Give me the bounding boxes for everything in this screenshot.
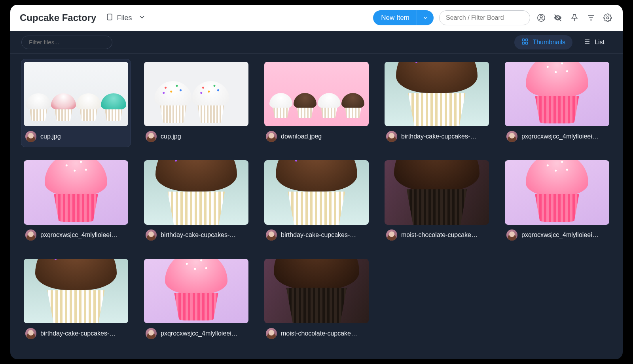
file-meta: birthday-cake-cupcakes-… bbox=[385, 126, 489, 144]
view-list-button[interactable]: List bbox=[576, 35, 612, 49]
file-thumbnail[interactable] bbox=[24, 62, 128, 126]
file-name: birthday-cake-cupcakes-… bbox=[161, 231, 236, 239]
file-meta: pxqrocxwsjcc_4mlylloieei… bbox=[144, 323, 248, 341]
file-card[interactable]: cup.jpg bbox=[142, 59, 251, 147]
grid-icon bbox=[521, 38, 529, 47]
file-meta: pxqrocxwsjcc_4mlylloieei… bbox=[505, 126, 609, 144]
header-bar: Cupcake Factory Files New Item bbox=[10, 5, 623, 31]
profile-icon[interactable] bbox=[536, 12, 547, 23]
file-meta: pxqrocxwsjcc_4mlylloieei… bbox=[505, 225, 609, 243]
view-thumbnails-button[interactable]: Thumbnails bbox=[514, 35, 572, 49]
filter-icon[interactable] bbox=[586, 12, 597, 23]
chevron-down-icon bbox=[138, 13, 146, 23]
file-name: pxqrocxwsjcc_4mlylloieei… bbox=[521, 231, 599, 239]
search-input[interactable] bbox=[439, 10, 530, 25]
file-thumbnail[interactable] bbox=[264, 62, 369, 126]
owner-avatar[interactable] bbox=[146, 131, 157, 142]
owner-avatar[interactable] bbox=[146, 229, 157, 241]
file-meta: birthday-cake-cupcakes-… bbox=[144, 225, 248, 243]
visibility-off-icon[interactable] bbox=[552, 12, 563, 23]
file-name: pxqrocxwsjcc_4mlylloieei… bbox=[40, 231, 118, 239]
file-name: birthday-cake-cupcakes-… bbox=[281, 231, 356, 239]
file-card[interactable]: download.jpeg bbox=[262, 59, 371, 147]
owner-avatar[interactable] bbox=[386, 131, 397, 142]
file-thumbnail[interactable] bbox=[144, 259, 248, 323]
new-item-main[interactable]: New Item bbox=[373, 10, 417, 25]
new-item-button[interactable]: New Item bbox=[373, 10, 434, 25]
svg-rect-12 bbox=[526, 42, 528, 44]
owner-avatar[interactable] bbox=[266, 131, 277, 142]
owner-avatar[interactable] bbox=[386, 229, 397, 241]
file-card[interactable]: birthday-cake-cupcakes-… bbox=[21, 256, 131, 344]
file-name: pxqrocxwsjcc_4mlylloieei… bbox=[521, 133, 599, 140]
file-meta: birthday-cake-cupcakes-… bbox=[24, 323, 128, 341]
svg-rect-0 bbox=[108, 14, 112, 20]
svg-rect-10 bbox=[526, 39, 528, 41]
file-thumbnail[interactable] bbox=[505, 160, 609, 225]
file-card[interactable]: pxqrocxwsjcc_4mlylloieei… bbox=[142, 256, 251, 344]
file-thumbnail[interactable] bbox=[264, 160, 369, 225]
owner-avatar[interactable] bbox=[266, 229, 277, 241]
owner-avatar[interactable] bbox=[266, 328, 277, 339]
file-thumbnail[interactable] bbox=[144, 62, 248, 126]
file-card[interactable]: birthday-cake-cupcakes-… bbox=[382, 59, 491, 147]
owner-avatar[interactable] bbox=[25, 328, 36, 339]
board-title[interactable]: Cupcake Factory bbox=[20, 12, 96, 23]
file-name: birthday-cake-cupcakes-… bbox=[40, 330, 116, 337]
view-list-label: List bbox=[595, 39, 605, 46]
file-name: moist-chocolate-cupcake… bbox=[281, 330, 357, 337]
file-meta: cup.jpg bbox=[24, 126, 128, 144]
owner-avatar[interactable] bbox=[506, 229, 517, 241]
file-thumbnail[interactable] bbox=[144, 160, 248, 225]
new-item-dropdown[interactable] bbox=[417, 10, 434, 25]
owner-avatar[interactable] bbox=[25, 229, 36, 241]
file-meta: download.jpeg bbox=[264, 126, 369, 144]
owner-avatar[interactable] bbox=[146, 328, 157, 339]
files-grid: cup.jpg cup.jpg download.jpeg birthday-c… bbox=[10, 54, 623, 359]
view-selector[interactable]: Files bbox=[106, 13, 146, 23]
file-card[interactable]: moist-chocolate-cupcake… bbox=[382, 158, 491, 245]
file-card[interactable]: pxqrocxwsjcc_4mlylloieei… bbox=[21, 158, 131, 245]
owner-avatar[interactable] bbox=[506, 131, 517, 142]
view-thumbnails-label: Thumbnails bbox=[533, 39, 565, 46]
file-thumbnail[interactable] bbox=[24, 259, 128, 323]
file-meta: moist-chocolate-cupcake… bbox=[264, 323, 369, 341]
file-meta: moist-chocolate-cupcake… bbox=[385, 225, 489, 243]
svg-point-2 bbox=[540, 15, 542, 18]
file-name: pxqrocxwsjcc_4mlylloieei… bbox=[161, 330, 238, 337]
file-name: cup.jpg bbox=[161, 133, 181, 140]
file-meta: birthday-cake-cupcakes-… bbox=[264, 225, 369, 243]
files-icon bbox=[106, 13, 114, 23]
file-card[interactable]: birthday-cake-cupcakes-… bbox=[262, 158, 371, 245]
file-meta: cup.jpg bbox=[144, 126, 248, 144]
file-thumbnail[interactable] bbox=[505, 62, 609, 126]
gear-icon[interactable] bbox=[602, 12, 613, 23]
owner-avatar[interactable] bbox=[25, 131, 36, 142]
file-thumbnail[interactable] bbox=[385, 160, 489, 225]
list-icon bbox=[584, 38, 591, 47]
pin-icon[interactable] bbox=[569, 12, 580, 23]
file-thumbnail[interactable] bbox=[264, 259, 369, 323]
svg-point-8 bbox=[606, 17, 609, 19]
file-card[interactable]: pxqrocxwsjcc_4mlylloieei… bbox=[502, 59, 612, 147]
view-selector-label: Files bbox=[117, 14, 132, 22]
svg-rect-11 bbox=[523, 42, 525, 44]
file-card[interactable]: cup.jpg bbox=[21, 59, 131, 147]
file-meta: pxqrocxwsjcc_4mlylloieei… bbox=[24, 225, 128, 243]
svg-rect-9 bbox=[523, 39, 525, 41]
file-card[interactable]: moist-chocolate-cupcake… bbox=[262, 256, 371, 344]
file-card[interactable]: pxqrocxwsjcc_4mlylloieei… bbox=[502, 158, 612, 245]
files-toolbar: Thumbnails List bbox=[10, 31, 623, 54]
file-thumbnail[interactable] bbox=[385, 62, 489, 126]
file-thumbnail[interactable] bbox=[24, 160, 128, 225]
file-name: cup.jpg bbox=[40, 133, 61, 140]
filter-files-input[interactable] bbox=[21, 36, 112, 49]
file-name: moist-chocolate-cupcake… bbox=[401, 231, 478, 239]
file-name: birthday-cake-cupcakes-… bbox=[401, 133, 476, 140]
file-card[interactable]: birthday-cake-cupcakes-… bbox=[142, 158, 251, 245]
view-mode-toggle: Thumbnails List bbox=[514, 35, 612, 49]
file-name: download.jpeg bbox=[281, 133, 322, 140]
app-window: Cupcake Factory Files New Item bbox=[10, 5, 623, 359]
